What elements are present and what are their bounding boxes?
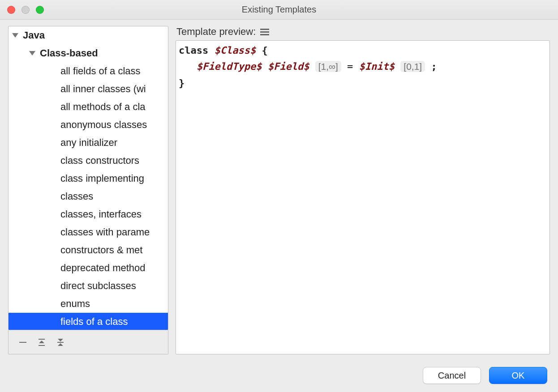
tree-leaf-label: direct subclasses — [60, 280, 136, 292]
svg-rect-5 — [57, 342, 64, 343]
code-variable: $Field$ — [268, 61, 309, 72]
left-panel: Java Class-based all fields of a class a… — [8, 26, 168, 354]
code-brace: { — [262, 45, 267, 56]
code-line: class $Class$ { — [179, 43, 547, 59]
expand-all-icon — [37, 338, 46, 347]
tree-leaf-label: deprecated method — [60, 262, 146, 274]
code-brace: } — [179, 77, 185, 89]
tree-leaf[interactable]: class implementing — [9, 170, 168, 187]
tree-leaf-label: any initializer — [60, 137, 117, 149]
tree-leaf[interactable]: any initializer — [9, 134, 168, 152]
right-panel: Template preview: class $Class$ { $Field… — [176, 26, 550, 354]
code-constraint: [1,∞] — [315, 61, 341, 72]
tree-leaf[interactable]: all fields of a class — [9, 62, 168, 80]
svg-marker-2 — [39, 341, 44, 343]
tree-leaf-label: class constructors — [60, 155, 139, 166]
svg-marker-6 — [58, 343, 63, 346]
tree-leaf[interactable]: enums — [9, 295, 168, 313]
svg-marker-4 — [58, 339, 63, 341]
tree-leaf[interactable]: classes — [9, 187, 168, 205]
tree-leaf[interactable]: all methods of a cla — [9, 98, 168, 116]
tree-leaf[interactable]: classes with parame — [9, 223, 168, 241]
code-line: } — [179, 75, 547, 91]
tree-leaf[interactable]: all inner classes (wi — [9, 80, 168, 98]
preview-header-label: Template preview: — [176, 26, 256, 38]
dialog-footer: Cancel OK — [423, 367, 547, 384]
titlebar: Existing Templates — [0, 0, 558, 20]
tree-leaf-label: all inner classes (wi — [60, 83, 146, 95]
tree-leaf-label: enums — [60, 298, 90, 310]
tree-leaf-label: all fields of a class — [60, 65, 141, 77]
ok-button[interactable]: OK — [489, 367, 547, 384]
svg-rect-0 — [19, 342, 26, 343]
tree-leaf[interactable]: classes, interfaces — [9, 205, 168, 223]
collapse-all-button[interactable] — [52, 334, 69, 350]
remove-button[interactable] — [15, 334, 31, 350]
close-window-button[interactable] — [7, 6, 15, 14]
expand-all-button[interactable] — [34, 334, 50, 350]
tree-node-class-based[interactable]: Class-based — [9, 44, 168, 62]
tree-leaf-selected[interactable]: fields of a class — [9, 313, 168, 330]
template-tree[interactable]: Java Class-based all fields of a class a… — [8, 26, 168, 330]
button-label: Cancel — [438, 371, 466, 381]
tree-node-label: Java — [23, 30, 45, 41]
tree-leaf-label: classes — [60, 191, 93, 202]
tree-leaf-label: anonymous classes — [60, 119, 147, 131]
collapse-all-icon — [56, 338, 65, 347]
svg-rect-3 — [39, 345, 45, 346]
tree-leaf[interactable]: direct subclasses — [9, 277, 168, 295]
traffic-lights — [7, 6, 44, 14]
filter-icon[interactable] — [260, 29, 269, 35]
code-variable: $Init$ — [359, 61, 395, 72]
tree-leaf[interactable]: anonymous classes — [9, 116, 168, 134]
code-semicolon: ; — [431, 61, 437, 72]
tree-leaf[interactable]: constructors & met — [9, 241, 168, 259]
tree-leaf-label: classes, interfaces — [60, 209, 142, 220]
tree-node-label: Class-based — [40, 47, 98, 59]
tree-leaf[interactable]: deprecated method — [9, 259, 168, 277]
code-keyword: class — [179, 45, 208, 56]
tree-leaf-label: class implementing — [60, 173, 144, 184]
svg-rect-1 — [39, 339, 45, 340]
tree-leaf-label: classes with parame — [60, 226, 150, 238]
tree-leaf[interactable]: class constructors — [9, 152, 168, 170]
chevron-down-icon — [12, 33, 18, 38]
code-variable: $FieldType$ — [197, 61, 262, 72]
tree-leaf-label: all methods of a cla — [60, 101, 146, 113]
chevron-down-icon — [29, 51, 35, 55]
window-title: Existing Templates — [0, 4, 558, 15]
code-line: $FieldType$ $Field$ [1,∞] = $Init$ [0,1]… — [179, 59, 547, 75]
code-equals: = — [347, 61, 353, 72]
tree-node-java[interactable]: Java — [9, 26, 168, 44]
dialog-content: Java Class-based all fields of a class a… — [0, 20, 558, 359]
tree-leaf-label: constructors & met — [60, 244, 142, 256]
tree-toolbar — [8, 330, 168, 354]
tree-leaf-label: fields of a class — [60, 316, 128, 328]
preview-header: Template preview: — [176, 26, 550, 40]
minimize-window-button[interactable] — [21, 6, 30, 14]
button-label: OK — [512, 371, 525, 381]
template-preview: class $Class$ { $FieldType$ $Field$ [1,∞… — [176, 40, 550, 354]
tree: Java Class-based all fields of a class a… — [9, 26, 168, 330]
code-variable: $Class$ — [214, 45, 256, 56]
code-constraint: [0,1] — [400, 61, 425, 72]
cancel-button[interactable]: Cancel — [423, 367, 481, 384]
minus-icon — [18, 338, 27, 347]
zoom-window-button[interactable] — [36, 6, 44, 14]
